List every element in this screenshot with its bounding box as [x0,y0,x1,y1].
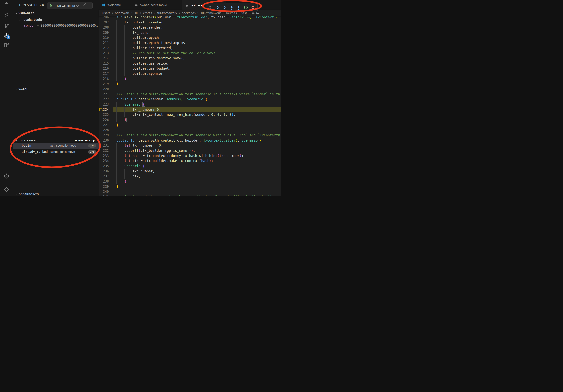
code-line-217[interactable]: 217 builder.sponsor, [99,71,282,76]
code-line-235[interactable]: 235 Scenario { [99,163,282,169]
section-header-breakpoints[interactable]: BREAKPOINTS [13,193,99,196]
step-out-button[interactable] [236,5,242,10]
code-line-226[interactable]: 226 } [99,117,282,122]
activity-item-extensions[interactable] [0,41,13,50]
code-line-221[interactable]: 221/// Begin a new multi-transaction tes… [99,91,282,97]
activity-item-source-control[interactable] [0,21,13,30]
section-header-call-stack[interactable]: CALL STACK Paused on step [13,138,99,143]
stop-button[interactable] [250,5,256,10]
code-line-231[interactable]: 231 let txn_number = 0; [99,143,282,148]
code-line-238[interactable]: 238 } [99,179,282,184]
code-line-237[interactable]: 237 ctx, [99,174,282,179]
line-number[interactable]: 216 [103,66,109,71]
line-number[interactable]: 225 [103,112,109,117]
continue-button[interactable] [215,5,220,10]
more-actions-icon[interactable] [89,3,93,7]
line-number[interactable]: 212 [103,45,109,51]
line-number[interactable]: 207 [103,20,109,25]
line-number[interactable]: 211 [103,40,109,45]
stack-frame-begin[interactable]: begintest_scenario.move224 [13,143,99,149]
variables-scope-row[interactable]: locals: begin [13,17,99,23]
line-number[interactable]: 231 [103,143,109,148]
activity-item-search[interactable] [0,11,13,20]
breadcrumb-item[interactable]: crates [143,11,152,15]
line-number[interactable]: 241 [103,194,109,196]
breadcrumb-item[interactable]: sui [134,11,139,15]
start-debugging-icon[interactable] [49,4,53,8]
code-line-210[interactable]: 210 builder.epoch, [99,35,282,40]
drag-handle-icon[interactable] [207,5,213,10]
line-number[interactable]: 213 [103,51,109,56]
line-number[interactable]: 235 [103,163,109,169]
line-number[interactable]: 239 [103,184,109,189]
code-line-223[interactable]: 223 Scenario { [99,102,282,107]
line-number[interactable]: 237 [103,174,109,179]
code-line-215[interactable]: 215 builder.gas_price, [99,61,282,66]
line-number[interactable]: 221 [103,91,109,97]
section-header-variables[interactable]: VARIABLES [13,10,99,16]
code-line-239[interactable]: 239} [99,184,282,189]
line-number[interactable]: 217 [103,71,109,76]
breadcrumb-item[interactable]: adamwelc [115,11,130,15]
code-line-208[interactable]: 208 builder.sender, [99,25,282,30]
code-line-209[interactable]: 209 tx_hash, [99,30,282,35]
code-line-213[interactable]: 213 // rgp must be set from the caller a… [99,51,282,56]
code-editor[interactable]: 206fun make_tx_context(builder: TxContex… [99,15,282,196]
line-number[interactable]: 238 [103,179,109,184]
line-number[interactable]: 227 [103,122,109,128]
code-line-214[interactable]: 214 builder.rgp.destroy_some(), [99,56,282,61]
line-number[interactable]: 226 [103,117,109,122]
line-number[interactable]: 222 [103,97,109,102]
activity-item-settings[interactable] [0,185,13,195]
line-number[interactable]: 209 [103,30,109,35]
line-number[interactable]: 240 [103,189,109,194]
breadcrumb-item[interactable]: Users [102,11,110,15]
breadcrumb-item[interactable]: sui-framework [157,11,177,15]
code-line-241[interactable]: 241/// Creates and shares system objects… [99,194,282,196]
stack-frame-already_marked[interactable]: already_markedowned_tests.move275 [13,149,99,155]
code-line-222[interactable]: 222public fun begin(sender: address): Sc… [99,97,282,102]
line-number[interactable]: 229 [103,133,109,138]
code-line-225[interactable]: 225 ctx: tx_context::new_from_hint(sende… [99,112,282,117]
line-number[interactable]: 232 [103,148,109,153]
line-number[interactable]: 214 [103,56,109,61]
section-header-watch[interactable]: WATCH [13,86,99,92]
line-number[interactable]: 223 [103,102,109,107]
line-number[interactable]: 233 [103,153,109,158]
code-line-240[interactable]: 240 [99,189,282,194]
activity-item-explorer[interactable] [0,0,13,10]
line-number[interactable]: 215 [103,61,109,66]
restart-button[interactable] [243,5,249,10]
line-number[interactable]: 230 [103,138,109,143]
line-number[interactable]: 220 [103,86,109,91]
line-number[interactable]: 228 [103,128,109,133]
line-number[interactable]: 234 [103,158,109,163]
line-number[interactable]: 224 [103,107,109,112]
code-line-236[interactable]: 236 txn_number, [99,169,282,174]
code-line-219[interactable]: 219} [99,81,282,86]
line-number[interactable]: 218 [103,76,109,81]
line-number[interactable]: 210 [103,35,109,40]
code-line-216[interactable]: 216 builder.gas_budget, [99,66,282,71]
code-line-207[interactable]: 207 tx_context::create( [99,20,282,25]
line-number[interactable]: 219 [103,81,109,86]
step-into-button[interactable] [229,5,234,10]
step-over-button[interactable] [222,5,227,10]
line-number[interactable]: 208 [103,25,109,30]
tab-Welcome[interactable]: Welcome [99,0,131,10]
debug-settings-gear-icon[interactable] [82,2,86,7]
code-line-211[interactable]: 211 builder.epoch_timestamp_ms, [99,40,282,45]
variable-row[interactable]: sender = 000000000000000000000000000000… [13,23,99,29]
code-line-232[interactable]: 232 assert!(ctx_builder.rgp.is_some()); [99,148,282,153]
tab-owned_tests.move[interactable]: owned_tests.move [132,0,182,10]
code-line-220[interactable]: 220 [99,86,282,91]
code-line-233[interactable]: 233 let hash = tx_context::dummy_tx_hash… [99,153,282,158]
code-line-234[interactable]: 234 let ctx = ctx_builder.make_tx_contex… [99,158,282,163]
activity-item-accounts[interactable] [0,172,13,181]
code-line-228[interactable]: 228 [99,128,282,133]
code-line-224[interactable]: 224 txn_number: 0, [99,107,282,112]
code-line-212[interactable]: 212 builder.ids_created, [99,45,282,51]
line-number[interactable]: 236 [103,169,109,174]
code-line-230[interactable]: 230public fun begin_with_context(ctx_bui… [99,138,282,143]
code-line-229[interactable]: 229/// Begin a new multi-transaction tes… [99,133,282,138]
